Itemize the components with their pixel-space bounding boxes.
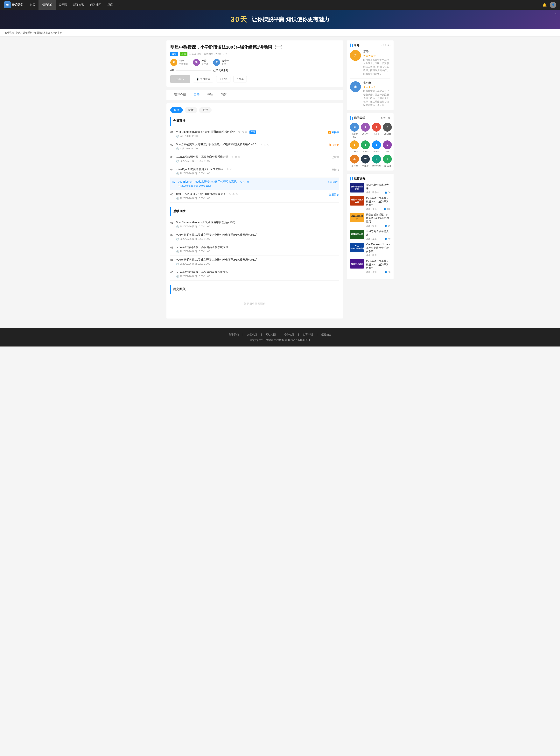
tab-qa[interactable]: 问答 — [217, 90, 231, 100]
rec-title: 高级电商全线系统大课 — [366, 230, 391, 237]
main-nav: 云朵课堂 首页 发现课程 公开课 新闻资讯 问答社区 题库 ··· 🔔 👤 — [0, 0, 560, 10]
classmate-name: 化学教书... — [350, 133, 359, 138]
classmate-item[interactable]: 小 小熊熊 — [350, 155, 359, 167]
classmate-item[interactable]: C Charles — [383, 123, 392, 138]
nav-open[interactable]: 公开课 — [56, 0, 70, 10]
breadcrumb-home[interactable]: 发现课程 — [5, 31, 14, 34]
classmate-item[interactable]: 1 1867** — [372, 140, 381, 153]
recommended-label: |推荐课程 — [352, 177, 365, 180]
refresh-classmates-button[interactable]: ↻ 换一换 — [381, 117, 391, 120]
sub-tab-offline[interactable]: 面授 — [199, 107, 212, 113]
tab-intro[interactable]: 课程介绍 — [170, 90, 190, 100]
lesson-item: 02 Vue全家桶实战 从零独立开发企业级小米电商系统(免费升级Vue3.0) … — [170, 140, 339, 153]
footer-sitemap[interactable]: 网站地图 — [266, 333, 276, 336]
lesson-item: 02 Vue全家桶实战 从零独立开发企业级小米电商系统(免费升级Vue3.0) … — [170, 231, 339, 243]
rec-item[interactable]: 高级电商全线 高级电商全线系统大课 讲师：冷磊 👥 40 — [350, 230, 391, 240]
rec-students: 👥 34 — [385, 191, 391, 194]
classmate-avatar: 1 — [361, 123, 370, 132]
teacher-pagination[interactable]: ‹ 1 / 10 › — [381, 44, 391, 47]
lesson-info: 从Java后端到全栈、高级电商全栈系统大课 ✎ ⊙ ⧉ 🕐 2020/02/27… — [176, 155, 332, 163]
edit-icon[interactable]: ✎ — [238, 131, 241, 134]
lesson-num: 06 — [170, 193, 176, 196]
course-tabs: 课程介绍 目录 评论 问答 — [166, 90, 343, 100]
copy-icon[interactable]: ⧉ — [236, 193, 238, 196]
lesson-name-text: 从Java后端到全栈、高级电商全栈系统大课 — [176, 155, 228, 159]
copy-icon[interactable]: ⧉ — [247, 180, 249, 183]
rec-item[interactable]: 玩转Java开发工具 玩转Java开发工具，精通JUC，成为开发多面手 讲师：王… — [350, 196, 391, 211]
tab-catalog[interactable]: 目录 — [190, 90, 203, 100]
edit-icon[interactable]: ✎ — [229, 193, 231, 196]
classmate-name: 1867** — [373, 150, 380, 153]
purchased-button[interactable]: 已购买 — [170, 75, 190, 83]
edit-icon[interactable]: ✎ — [260, 143, 263, 146]
tag-icon[interactable]: ⊙ — [264, 143, 266, 146]
footer-about[interactable]: 关于我们 — [229, 333, 239, 336]
banner-close-button[interactable]: × — [555, 12, 557, 16]
classmate-item[interactable]: B Bill — [383, 140, 392, 153]
footer-recruit[interactable]: 招贤纳士 — [321, 333, 331, 336]
tag-icon[interactable]: ⊙ — [235, 155, 237, 159]
rec-teacher: 讲师：岱田 — [366, 224, 377, 227]
rec-item[interactable]: 前端全栈加强版 前端全栈加强版！前端全线+全周期+多线应用 讲师：岱田 👥 56 — [350, 213, 391, 227]
prev-icon[interactable]: ‹ — [381, 44, 382, 47]
footer-disclaimer[interactable]: 免责声明 — [303, 333, 313, 336]
promo-banner: × 30天 让你摆脱平庸 知识使你更有魅力 — [0, 10, 560, 29]
notification-bell-icon[interactable]: 🔔 — [542, 3, 547, 7]
classmate-item[interactable]: 大 大笨狼 — [361, 155, 370, 167]
classmate-item[interactable]: 张 张小田 — [372, 123, 381, 138]
nav-more[interactable]: ··· — [116, 0, 124, 10]
nav-news[interactable]: 新闻资讯 — [70, 0, 87, 10]
nav-home[interactable]: 首页 — [27, 0, 39, 10]
tab-comment[interactable]: 评论 — [203, 90, 217, 100]
rec-item[interactable]: 玩转Java开发 玩转Java开发工具，精通JUC，成为开发多面手 讲师：岱田 … — [350, 259, 391, 274]
tag-icon[interactable]: ⊙ — [243, 180, 245, 183]
classmate-item[interactable]: 化 化学教书... — [350, 123, 359, 138]
tag-replay: 录播 — [180, 52, 187, 56]
copy-icon[interactable]: ⧉ — [267, 143, 269, 146]
classmate-item[interactable]: q qq_天涯 — [383, 155, 392, 167]
lesson-status[interactable]: 📶 直播中 — [328, 130, 339, 134]
share-button[interactable]: ⤴ 分享 — [234, 76, 247, 82]
rec-item[interactable]: 高级电商全线系统 高级电商全线系统大课 讲师：张小锋 👥 34 — [350, 183, 391, 194]
nav-qa[interactable]: 问答社区 — [87, 0, 104, 10]
rec-students: 👥 40 — [385, 238, 391, 240]
classmate-item[interactable]: 1 1567** — [361, 140, 370, 153]
edit-icon[interactable]: ✎ — [232, 155, 234, 159]
teacher-assist-avatar: 青 — [213, 59, 220, 66]
nav-quiz[interactable]: 题库 — [104, 0, 116, 10]
breadcrumb-series[interactable]: 新媒体营销系列 — [16, 31, 32, 34]
copy-icon[interactable]: ⧉ — [245, 131, 247, 134]
rec-title: 玩转Java开发工具，精通JUC，成为开发多面手 — [366, 196, 391, 207]
tag-icon[interactable]: ⊙ — [232, 193, 235, 196]
sub-tab-live[interactable]: 直播 — [170, 107, 183, 113]
tag-icon[interactable]: ⊙ — [242, 131, 244, 134]
classmates-grid: 化 化学教书... 1 1567** 张 张小田 — [350, 123, 391, 167]
copy-icon[interactable]: ⧉ — [238, 155, 240, 159]
next-icon[interactable]: › — [390, 44, 391, 47]
collect-button[interactable]: ☆ 收藏 — [216, 76, 231, 82]
classmate-item[interactable]: S Summers — [372, 155, 381, 167]
classmate-item[interactable]: 1 1767** — [350, 140, 359, 153]
edit-icon[interactable]: ✎ — [226, 168, 229, 171]
clock-icon: 🕐 — [176, 172, 179, 175]
tag-live: 直播 — [170, 52, 178, 56]
lesson-item: 05 Vue Element+Node.js开发企业通用管理后台系统 ✎ ⊙ ⧉… — [170, 178, 339, 190]
history-title: 历史回顾 — [170, 285, 339, 294]
rec-teacher: 讲师：王磊 — [366, 208, 377, 211]
lesson-status[interactable]: 查看回放 — [327, 180, 338, 184]
user-avatar[interactable]: 👤 — [550, 2, 556, 8]
footer-partner[interactable]: 合作伙伴 — [284, 333, 294, 336]
course-tags: 直播 录播 246人已学习 有效期至：2019-10-21 — [170, 52, 339, 56]
classmate-item[interactable]: 1 1567** — [361, 123, 370, 138]
nav-discover[interactable]: 发现课程 — [39, 0, 56, 10]
sub-tab-replay[interactable]: 录播 — [185, 107, 197, 113]
rec-item[interactable]: Vue Element+Node.js Vue Element+Node.js开… — [350, 243, 391, 257]
footer-agent[interactable]: 加盟代理 — [247, 333, 257, 336]
mobile-watch-button[interactable]: 📱 手机观看 — [193, 76, 213, 82]
rec-cover: 玩转Java开发 — [350, 259, 364, 268]
edit-icon[interactable]: ✎ — [240, 180, 242, 183]
lesson-status[interactable]: 查看回放 — [329, 193, 339, 196]
tag-icon[interactable]: ⊙ — [230, 168, 232, 171]
site-logo[interactable]: 云朵课堂 — [4, 1, 23, 8]
teacher-main-info: 罗静 主讲老师 — [179, 59, 188, 66]
